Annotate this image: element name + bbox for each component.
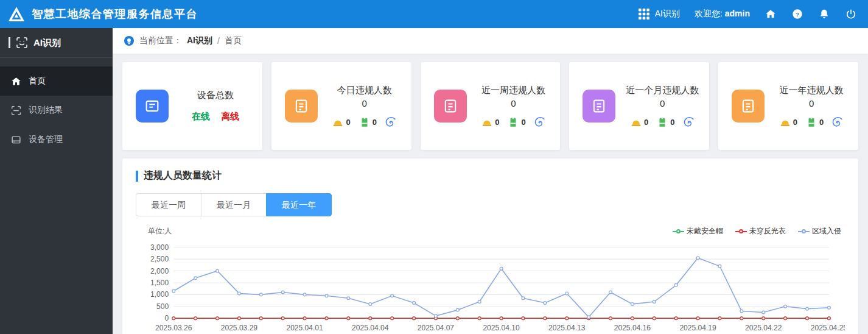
breadcrumb-module[interactable]: AI识别 bbox=[187, 35, 212, 46]
trend-chart-svg[interactable]: 05001,0001,5002,0002,5003,0002025.03.262… bbox=[136, 240, 845, 334]
card-title: 近一周违规人数 bbox=[475, 85, 552, 96]
svg-text:1,000: 1,000 bbox=[150, 290, 169, 299]
breadcrumb-separator: / bbox=[217, 36, 220, 46]
violation-stats-panel: 违规人员数量统计 最近一周 最近一月 最近一年 单位:人 未戴安全帽未穿反光衣区… bbox=[122, 158, 858, 334]
device-icon bbox=[11, 135, 21, 145]
svg-text:2025.04.16: 2025.04.16 bbox=[614, 324, 651, 332]
vest-icon bbox=[657, 117, 668, 128]
svg-text:3,000: 3,000 bbox=[150, 243, 169, 252]
tab-last-year[interactable]: 最近一年 bbox=[266, 193, 332, 216]
devices-icon bbox=[136, 90, 169, 123]
svg-text:2025.04.07: 2025.04.07 bbox=[418, 324, 455, 332]
sidebar-module-header: AI识别 bbox=[0, 28, 113, 58]
svg-text:2025.04.04: 2025.04.04 bbox=[352, 324, 389, 332]
violation-doc-icon bbox=[285, 90, 318, 123]
violation-doc-icon bbox=[434, 90, 467, 123]
tab-last-month[interactable]: 最近一月 bbox=[201, 193, 267, 216]
chart-area: 05001,0001,5002,0002,5003,0002025.03.262… bbox=[136, 240, 845, 334]
stat-card-violations-today: 今日违规人数 0 0 0 bbox=[271, 62, 411, 150]
breadcrumb-prefix: 当前位置： bbox=[139, 35, 182, 46]
legend-item[interactable]: 未穿反光衣 bbox=[735, 226, 786, 236]
sidebar-nav: 首页 识别结果 设备管理 bbox=[0, 66, 113, 154]
helmet-count: 0 bbox=[495, 118, 499, 127]
chart-unit-label: 单位:人 bbox=[148, 226, 172, 236]
svg-text:2025.04.22: 2025.04.22 bbox=[745, 324, 782, 332]
legend-marker-icon bbox=[798, 229, 810, 233]
main-content: 当前位置： AI识别 / 首页 设备总数 在线 离线 bbox=[113, 28, 868, 334]
helmet-icon bbox=[631, 117, 642, 128]
power-icon[interactable] bbox=[845, 8, 857, 20]
time-range-tabs: 最近一周 最近一月 最近一年 bbox=[136, 193, 332, 216]
app-logo-icon bbox=[7, 5, 26, 23]
home-icon bbox=[11, 76, 21, 87]
vest-icon bbox=[508, 117, 519, 128]
vest-icon bbox=[806, 117, 817, 128]
legend-label: 未穿反光衣 bbox=[749, 226, 786, 236]
legend-marker-icon bbox=[673, 229, 684, 233]
help-icon[interactable]: ? bbox=[791, 8, 803, 20]
app-header: 智慧工地综合管理服务信息平台 AI识别 欢迎您: admin ? bbox=[0, 0, 868, 28]
svg-text:500: 500 bbox=[156, 302, 169, 311]
helmet-count: 0 bbox=[644, 118, 648, 127]
breadcrumb: 当前位置： AI识别 / 首页 bbox=[113, 28, 868, 54]
panel-title: 违规人员数量统计 bbox=[144, 169, 222, 182]
chart-legend: 未戴安全帽未穿反光衣区域入侵 bbox=[673, 226, 841, 236]
card-value: 0 bbox=[326, 98, 403, 108]
username: admin bbox=[725, 9, 750, 18]
helmet-count: 0 bbox=[793, 118, 797, 127]
svg-text:1,500: 1,500 bbox=[150, 279, 169, 287]
violation-doc-icon bbox=[732, 90, 765, 123]
intrusion-spiral-icon bbox=[385, 117, 396, 128]
sidebar-item-label: 首页 bbox=[29, 76, 46, 87]
vest-count: 0 bbox=[521, 118, 525, 127]
sidebar-item-label: 识别结果 bbox=[29, 105, 63, 116]
face-recognition-icon bbox=[16, 37, 28, 49]
module-switcher[interactable]: AI识别 bbox=[638, 8, 680, 20]
card-value: 0 bbox=[773, 98, 850, 108]
svg-text:2025.03.26: 2025.03.26 bbox=[155, 324, 192, 332]
stat-card-violations-week: 近一周违规人数 0 0 0 bbox=[421, 62, 561, 150]
apps-grid-icon bbox=[638, 8, 650, 20]
panel-accent-bar bbox=[136, 171, 138, 182]
sidebar-item-label: 设备管理 bbox=[29, 134, 63, 145]
sidebar-item-recognition-results[interactable]: 识别结果 bbox=[0, 96, 113, 125]
svg-text:2,000: 2,000 bbox=[150, 267, 169, 275]
legend-label: 未戴安全帽 bbox=[687, 226, 723, 236]
sidebar-item-device-management[interactable]: 设备管理 bbox=[0, 125, 113, 154]
card-title: 今日违规人数 bbox=[326, 85, 403, 96]
bell-icon[interactable] bbox=[818, 8, 830, 20]
helmet-icon bbox=[332, 117, 343, 128]
svg-text:2025.04.01: 2025.04.01 bbox=[286, 324, 323, 332]
sidebar-item-home[interactable]: 首页 bbox=[0, 66, 113, 96]
svg-text:0: 0 bbox=[165, 314, 169, 322]
violation-doc-icon bbox=[583, 90, 615, 123]
vest-icon bbox=[359, 117, 370, 128]
vest-count: 0 bbox=[819, 118, 824, 127]
offline-label: 离线 bbox=[221, 111, 239, 121]
svg-text:2025.04.19: 2025.04.19 bbox=[679, 324, 716, 332]
card-title: 近一年违规人数 bbox=[773, 85, 850, 96]
vest-count: 0 bbox=[670, 118, 674, 127]
breadcrumb-page[interactable]: 首页 bbox=[225, 35, 242, 46]
helmet-icon bbox=[481, 117, 492, 128]
scan-icon bbox=[11, 105, 21, 116]
stat-card-violations-year: 近一年违规人数 0 0 0 bbox=[718, 62, 858, 150]
helmet-count: 0 bbox=[346, 118, 350, 127]
sidebar: AI识别 首页 识别结果 设备管理 bbox=[0, 28, 113, 334]
home-icon[interactable] bbox=[765, 8, 777, 20]
intrusion-spiral-icon bbox=[684, 117, 695, 128]
sidebar-accent-bar bbox=[9, 37, 10, 48]
location-icon bbox=[124, 35, 135, 46]
svg-text:2,500: 2,500 bbox=[150, 255, 169, 263]
svg-text:2025.04.10: 2025.04.10 bbox=[483, 324, 520, 332]
card-title: 设备总数 bbox=[177, 90, 254, 101]
legend-item[interactable]: 未戴安全帽 bbox=[673, 226, 723, 236]
intrusion-spiral-icon bbox=[534, 117, 545, 128]
legend-item[interactable]: 区域入侵 bbox=[798, 226, 841, 236]
module-switcher-label: AI识别 bbox=[655, 9, 680, 20]
app-title: 智慧工地综合管理服务信息平台 bbox=[32, 7, 198, 21]
helmet-icon bbox=[780, 117, 791, 128]
intrusion-spiral-icon bbox=[832, 117, 843, 128]
stat-card-violations-month: 近一个月违规人数 0 0 0 bbox=[569, 62, 709, 150]
tab-last-week[interactable]: 最近一周 bbox=[136, 193, 201, 216]
